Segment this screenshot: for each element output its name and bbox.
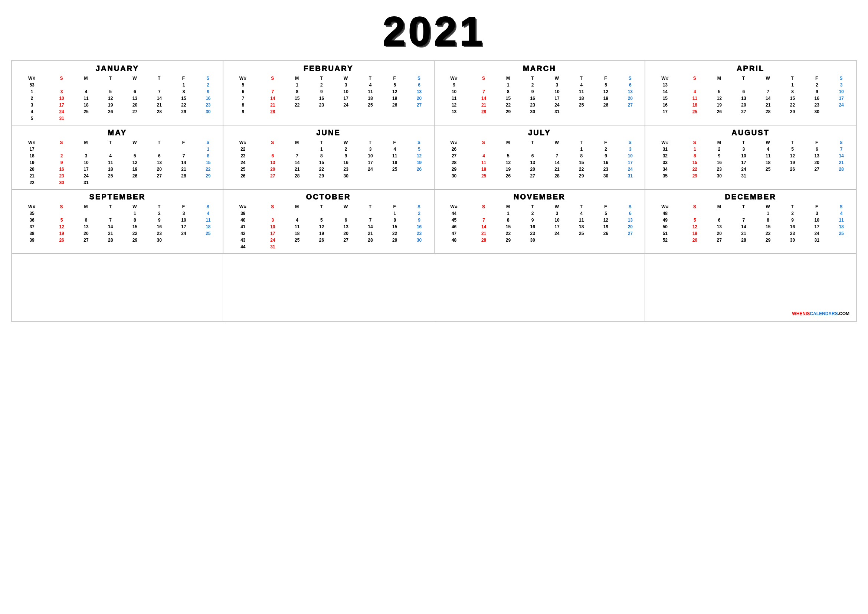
table-row: 3712131415161718 [14, 223, 220, 230]
table-cell: 27 [260, 173, 285, 179]
header-wed: W [123, 75, 147, 82]
table-cell: 16 [196, 95, 220, 102]
table-cell: 20 [147, 166, 172, 173]
table-cell: 39 [14, 237, 50, 243]
table-row: 481234 [648, 210, 854, 217]
header-thu: T [358, 75, 383, 82]
table-cell: 14 [358, 223, 383, 230]
table-cell: 53 [14, 82, 50, 88]
table-cell [172, 237, 196, 243]
table-cell: 12 [437, 102, 472, 109]
table-cell: 17 [260, 230, 285, 237]
table-cell: 13 [147, 159, 172, 166]
table-cell: 10 [618, 153, 642, 159]
table-cell: 15 [569, 159, 594, 166]
table-cell: 8 [780, 88, 805, 95]
table-cell [358, 210, 383, 217]
table-cell: 23 [50, 173, 74, 179]
header-sun: S [472, 139, 496, 146]
table-cell: 34 [648, 166, 682, 173]
table-cell: 9 [333, 153, 358, 159]
table-cell: 14 [285, 159, 310, 166]
table-cell: 32 [648, 153, 682, 159]
header-mon: M [74, 203, 98, 210]
header-sun: S [472, 203, 496, 210]
table-cell: 8 [496, 217, 521, 223]
table-cell [147, 82, 172, 88]
table-cell: 13 [648, 82, 682, 88]
table-cell [74, 210, 98, 217]
table-cell: 1 [196, 146, 220, 153]
header-fri: F [383, 203, 407, 210]
table-cell: 31 [618, 173, 642, 179]
table-cell: 16 [310, 95, 334, 102]
table-cell [98, 146, 123, 153]
table-cell: 16 [407, 223, 432, 230]
header-thu: T [569, 139, 594, 146]
header-fri: F [594, 75, 618, 82]
table-cell: 2 [707, 146, 732, 153]
table-row: 928 [226, 109, 432, 115]
month-cell-april: APRILW#SMTWTFS13123144567891015111213141… [645, 61, 856, 125]
month-cell-september: SEPTEMBERW#SMTWTFS3512343656789101137121… [12, 189, 223, 254]
table-cell: 18 [196, 223, 220, 230]
table-cell: 8 [123, 217, 147, 223]
table-row: 3422232425262728 [648, 166, 854, 173]
table-cell: 11 [829, 217, 854, 223]
table-cell: 19 [123, 166, 147, 173]
table-cell: 9 [196, 88, 220, 95]
month-cell-june: JUNEW#SMTWTFS221234523678910111224131415… [223, 125, 434, 189]
table-cell: 14 [472, 95, 496, 102]
table-cell: 19 [707, 102, 732, 109]
table-cell: 20 [123, 102, 147, 109]
table-cell [123, 146, 147, 153]
table-cell: 3 [333, 82, 358, 88]
month-cell-october: OCTOBERW#SMTWTFS391240345678941101112131… [223, 189, 434, 254]
table-cell: 21 [545, 166, 569, 173]
table-cell: 27 [707, 237, 732, 243]
table-cell: 3 [74, 153, 98, 159]
month-cell-march: MARCHW#SMTWTFS91234561078910111213111415… [434, 61, 645, 125]
header-mon: M [496, 139, 521, 146]
table-cell: 8 [383, 217, 407, 223]
header-wn: W# [648, 75, 682, 82]
table-cell: 29 [496, 109, 521, 115]
table-cell: 11 [437, 95, 472, 102]
month-name-november: NOVEMBER [437, 193, 643, 201]
table-cell: 27 [74, 237, 98, 243]
table-cell: 9 [594, 153, 618, 159]
table-cell: 16 [520, 223, 545, 230]
header-fri: F [804, 203, 829, 210]
table-cell: 11 [196, 217, 220, 223]
table-cell: 18 [756, 159, 780, 166]
table-cell [147, 179, 172, 186]
month-name-march: MARCH [437, 64, 643, 73]
table-cell: 16 [780, 223, 805, 230]
header-thu: T [569, 75, 594, 82]
table-cell: 3 [14, 102, 50, 109]
table-row: 678910111213 [226, 88, 432, 95]
table-cell: 5 [780, 146, 805, 153]
table-cell: 22 [310, 166, 334, 173]
table-cell: 12 [383, 88, 407, 95]
table-cell: 8 [756, 217, 780, 223]
table-cell: 6 [618, 82, 642, 88]
cal-table-june: W#SMTWTFS2212345236789101112241314151617… [226, 139, 432, 179]
header-mon: M [285, 203, 310, 210]
table-cell: 5 [682, 217, 707, 223]
table-cell: 22 [226, 146, 260, 153]
table-cell: 2 [333, 146, 358, 153]
table-cell: 8 [172, 88, 196, 95]
table-cell: 23 [707, 166, 732, 173]
table-cell: 5 [310, 217, 334, 223]
table-cell: 6 [407, 82, 432, 88]
table-cell: 30 [780, 237, 805, 243]
table-cell: 25 [358, 102, 383, 109]
table-cell: 27 [618, 102, 642, 109]
table-cell: 2 [407, 210, 432, 217]
table-cell: 26 [707, 109, 732, 115]
table-cell: 20 [407, 95, 432, 102]
header-sat: S [618, 139, 642, 146]
table-cell: 29 [123, 237, 147, 243]
table-cell: 31 [804, 237, 829, 243]
